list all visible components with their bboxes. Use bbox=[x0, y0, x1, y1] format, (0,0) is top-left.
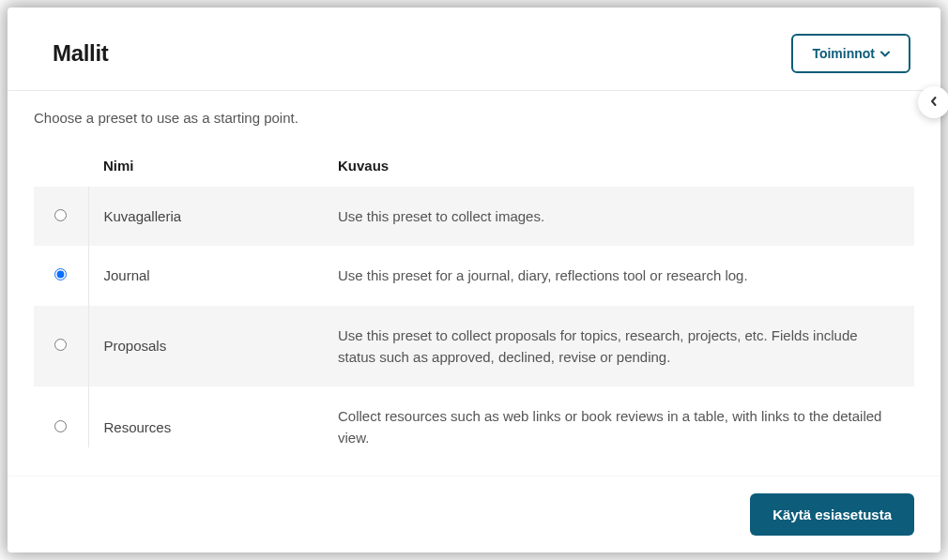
actions-button-label: Toiminnot bbox=[812, 46, 875, 61]
preset-radio[interactable] bbox=[54, 209, 67, 221]
modal-header: Mallit Toiminnot bbox=[8, 8, 940, 91]
preset-name: Resources bbox=[88, 386, 323, 447]
preset-radio[interactable] bbox=[54, 420, 67, 432]
table-row[interactable]: Proposals Use this preset to collect pro… bbox=[34, 306, 914, 387]
actions-button[interactable]: Toiminnot bbox=[791, 34, 910, 73]
preset-name: Proposals bbox=[88, 306, 323, 387]
table-row[interactable]: Journal Use this preset for a journal, d… bbox=[34, 246, 914, 305]
preset-description: Use this preset to collect images. bbox=[323, 187, 914, 246]
spacer bbox=[8, 447, 940, 476]
preset-name: Kuvagalleria bbox=[88, 187, 323, 246]
instruction-text: Choose a preset to use as a starting poi… bbox=[34, 110, 914, 126]
preset-table: Nimi Kuvaus Kuvagalleria Use this preset… bbox=[34, 144, 914, 447]
col-desc-header: Kuvaus bbox=[323, 144, 914, 187]
modal: Mallit Toiminnot Choose a preset to use … bbox=[8, 8, 940, 552]
preset-radio[interactable] bbox=[54, 268, 67, 280]
chevron-left-icon bbox=[929, 94, 939, 111]
modal-footer: Käytä esiasetusta bbox=[8, 476, 940, 552]
preset-radio[interactable] bbox=[54, 339, 67, 351]
modal-body: Choose a preset to use as a starting poi… bbox=[8, 91, 940, 447]
collapse-panel-button[interactable] bbox=[918, 86, 948, 118]
use-preset-button[interactable]: Käytä esiasetusta bbox=[750, 493, 914, 536]
page-title: Mallit bbox=[53, 40, 109, 67]
preset-description: Use this preset to collect proposals for… bbox=[323, 306, 914, 387]
table-row[interactable]: Resources Collect resources such as web … bbox=[34, 386, 914, 447]
col-radio-header bbox=[34, 144, 88, 187]
preset-name: Journal bbox=[88, 246, 323, 305]
chevron-down-icon bbox=[880, 51, 890, 57]
col-name-header: Nimi bbox=[88, 144, 323, 187]
preset-description: Collect resources such as web links or b… bbox=[323, 386, 914, 447]
table-row[interactable]: Kuvagalleria Use this preset to collect … bbox=[34, 187, 914, 246]
preset-description: Use this preset for a journal, diary, re… bbox=[323, 246, 914, 305]
